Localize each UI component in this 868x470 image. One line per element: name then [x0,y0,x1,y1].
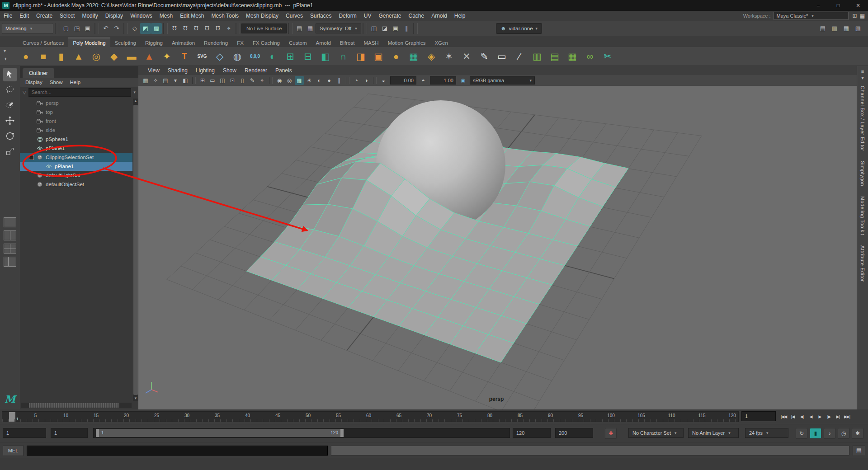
time-slider-track[interactable]: 1 51015202530354045505560657075808590951… [2,411,739,422]
subdivide-button[interactable]: ▦ [406,49,421,64]
outliner-search-input[interactable] [28,88,132,97]
playback-end-field[interactable]: 120 [513,428,551,438]
paint-select-tool[interactable] [3,99,17,112]
save-scene-icon[interactable]: ▣ [82,23,93,34]
motion-blur-icon[interactable]: ∥ [335,76,344,85]
menu-deform[interactable]: Deform [335,13,360,19]
outliner-menu-help[interactable]: Help [66,80,85,85]
viewport-menu-panels[interactable]: Panels [271,67,296,74]
outliner-item-defaultlightset[interactable]: defaultLightSet [20,171,132,180]
outliner-toggle-icon[interactable]: ▧ [853,23,863,34]
poly-plane-button[interactable]: ◆ [106,49,122,64]
shelf-tab-mash[interactable]: MASH [359,38,383,47]
scale-tool[interactable] [3,145,17,158]
tab-channel-box-layer-editor[interactable]: Channel Box / Layer Editor [860,81,865,156]
live-surface-field[interactable]: No Live Surface [241,24,287,33]
menu-edit[interactable]: Edit [16,13,33,19]
menu-modify[interactable]: Modify [78,13,101,19]
play-backwards-button[interactable]: ◀ [807,412,815,422]
viewport-canvas[interactable]: persp [138,86,857,409]
open-scene-icon[interactable]: ◳ [71,23,82,34]
separate-button[interactable]: ⊟ [300,49,316,64]
menu-edit-mesh[interactable]: Edit Mesh [176,13,208,19]
fps-dropdown[interactable]: 24 fps [745,428,788,438]
select-object-mode-icon[interactable]: ◩ [140,23,151,34]
shelf-tab-poly-modeling[interactable]: Poly Modeling [68,38,110,47]
safe-title-icon[interactable]: ⌖ [258,76,267,85]
type-tool-button[interactable]: T [177,49,192,64]
outliner-menu-show[interactable]: Show [46,80,66,85]
viewport-menu-renderer[interactable]: Renderer [241,67,271,74]
outliner-item-defaultobjectset[interactable]: defaultObjectSet [20,180,132,189]
collapse-expander-icon[interactable]: − [29,155,34,160]
move-tool[interactable] [3,114,17,127]
current-frame-marker[interactable] [9,412,15,422]
tool-settings-toggle-icon[interactable]: ▦ [841,23,852,34]
viewport-menu-lighting[interactable]: Lighting [192,67,219,74]
super-shape-button[interactable]: ✦ [159,49,175,64]
poly-torus-button[interactable]: ◎ [89,49,104,64]
outliner-panel-tab[interactable]: Outliner [23,68,54,78]
scroll-down-icon[interactable]: ▼ [133,396,138,401]
animation-preferences-icon[interactable]: ✱ [852,428,863,439]
outliner-item-top[interactable]: top [20,108,132,117]
zero-transform-button[interactable]: 0,0,0 [247,49,263,64]
menu-help[interactable]: Help [451,13,469,19]
pencil-tool-button[interactable]: ✎ [476,49,492,64]
sidebar-menu-icon[interactable]: ≡ [861,68,864,75]
set-key-icon[interactable]: ✚ [605,428,617,439]
go-to-start-button[interactable]: |◀◀ [779,412,788,422]
quad-draw-button[interactable]: ▭ [494,49,509,64]
symmetry-dropdown[interactable]: Symmetry: Off [316,24,361,33]
exposure-icon[interactable]: ◒ [379,76,388,85]
shelf-tab-rendering[interactable]: Rendering [199,38,232,47]
render-frame-icon[interactable]: ◫ [368,23,379,34]
step-back-frame-button[interactable]: |◀ [788,412,797,422]
layout-two-pane-button[interactable] [4,230,16,240]
lock-camera-icon[interactable]: ✧ [151,76,160,85]
select-tool[interactable] [3,68,17,81]
outliner-horizontal-scrollbar[interactable] [21,403,132,408]
animation-end-field[interactable]: 200 [555,428,593,438]
reduce-button[interactable]: ✕ [459,49,474,64]
render-settings-icon[interactable]: ▣ [390,23,401,34]
exposure-field[interactable]: 0.00 [390,76,416,85]
scroll-up-icon[interactable]: ▲ [133,99,138,104]
ambient-occlusion-icon[interactable]: ● [325,76,334,85]
menu-generate[interactable]: Generate [375,13,405,19]
outliner-item-psphere1[interactable]: pSphere1 [20,135,132,144]
shelf-tab-sculpting[interactable]: Sculpting [110,38,141,47]
channel-box-toggle-icon[interactable]: ▤ [817,23,828,34]
wireframe-on-shaded-icon[interactable]: ▩ [295,76,304,85]
chevron-down-icon[interactable]: ▾ [133,90,136,94]
shelf-tab-custom[interactable]: Custom [284,38,311,47]
view-transform-dropdown[interactable]: sRGB gamma [470,76,535,85]
menu-cache[interactable]: Cache [405,13,428,19]
menu-file[interactable]: File [0,13,16,19]
shelf-options-icon[interactable]: ✦ [4,56,7,62]
auto-uv-button[interactable]: ▤ [547,49,562,64]
poly-cube-button[interactable]: ■ [36,49,51,64]
outliner-item-pplane1[interactable]: pPlane1 [20,144,132,153]
default-lighting-icon[interactable]: ☀ [305,76,314,85]
menu-mesh-display[interactable]: Mesh Display [242,13,282,19]
cut-uv-button[interactable]: ✂ [600,49,615,64]
film-gate-icon[interactable]: ▭ [208,76,217,85]
outliner-vertical-scrollbar[interactable]: ▲ ▼ [133,99,138,401]
layout-outliner-persp-button[interactable] [4,257,16,267]
shelf-tab-arnold[interactable]: Arnold [311,38,335,47]
multi-cut-button[interactable]: ∕ [512,49,527,64]
planar-map-button[interactable]: ▥ [529,49,545,64]
ipr-render-icon[interactable]: ◪ [379,23,390,34]
bridge-button[interactable]: ∩ [335,49,351,64]
range-slider-range[interactable]: 1 120 [96,429,344,437]
undo-icon[interactable]: ↶ [100,23,111,34]
pause-viewport-icon[interactable]: ∥ [401,23,412,34]
menu-uv[interactable]: UV [360,13,375,19]
shelf-tab-bifrost[interactable]: Bifrost [335,38,359,47]
viewport-menu-show[interactable]: Show [219,67,241,74]
redo-icon[interactable]: ↷ [111,23,122,34]
play-forwards-button[interactable]: ▶ [816,412,824,422]
smooth-button[interactable]: ● [388,49,404,64]
workspace-panels-icon[interactable]: ▦ [859,13,866,19]
